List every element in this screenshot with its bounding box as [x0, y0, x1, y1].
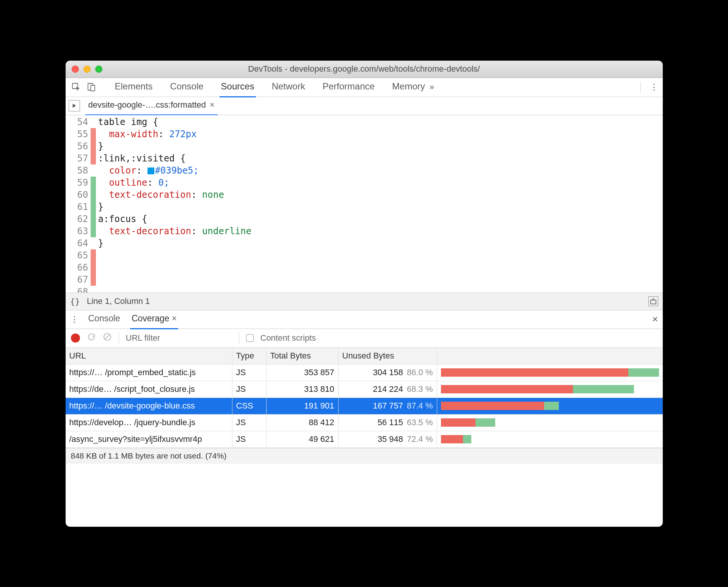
col-unused[interactable]: Unused Bytes: [339, 348, 437, 364]
cell-url: https://develop… /jquery-bundle.js: [66, 415, 232, 431]
col-bar: [437, 348, 663, 364]
drawer-tab-console[interactable]: Console: [87, 310, 122, 329]
line-number-gutter: 545556575859606162636465666768: [66, 115, 91, 293]
cell-unused: 304 15886.0 %: [339, 365, 437, 381]
coverage-row[interactable]: https://develop… /jquery-bundle.jsJS88 4…: [66, 415, 663, 431]
coverage-gutter: [91, 115, 96, 293]
coverage-summary: 848 KB of 1.1 MB bytes are not used. (74…: [66, 448, 663, 464]
col-type[interactable]: Type: [232, 348, 267, 364]
col-total[interactable]: Total Bytes: [267, 348, 339, 364]
tab-network[interactable]: Network: [270, 77, 307, 97]
coverage-row[interactable]: https://… /devsite-google-blue.cssCSS191…: [66, 398, 663, 415]
close-drawer-button[interactable]: ×: [652, 313, 658, 325]
cell-total: 353 857: [267, 365, 339, 381]
editor-statusbar: {} Line 1, Column 1: [66, 293, 663, 310]
drawer-tab-coverage[interactable]: Coverage×: [130, 310, 178, 329]
window-title: DevTools - developers.google.com/web/too…: [66, 64, 663, 74]
main-tabbar: ElementsConsoleSourcesNetworkPerformance…: [66, 78, 663, 97]
cell-unused: 214 22468.3 %: [339, 381, 437, 398]
coverage-row[interactable]: /async_survey?site=ylj5ifxusvvmr4pJS49 6…: [66, 431, 663, 448]
record-button[interactable]: [71, 333, 80, 343]
cell-type: JS: [232, 431, 267, 448]
cell-type: JS: [232, 365, 267, 381]
content-scripts-checkbox[interactable]: [246, 334, 254, 342]
separator: [239, 333, 239, 343]
devtools-window: DevTools - developers.google.com/web/too…: [66, 61, 663, 527]
drawer-tabbar: ⋮ ConsoleCoverage× ×: [66, 310, 663, 329]
drawer-menu-button[interactable]: ⋮: [70, 315, 78, 324]
coverage-toolbar: URL filter Content scripts: [66, 329, 663, 348]
more-tabs-button[interactable]: »: [430, 82, 434, 92]
coverage-row[interactable]: https://… /prompt_embed_static.jsJS353 8…: [66, 365, 663, 381]
cell-url: https://… /devsite-google-blue.css: [66, 398, 232, 414]
cell-bar: [437, 365, 663, 381]
cursor-position: Line 1, Column 1: [87, 296, 150, 306]
close-file-tab-button[interactable]: ×: [210, 100, 215, 110]
tab-memory[interactable]: Memory: [391, 77, 427, 97]
clear-button[interactable]: [103, 332, 112, 344]
coverage-table-header: URL Type Total Bytes Unused Bytes: [66, 348, 663, 365]
pretty-print-button[interactable]: {}: [70, 297, 80, 306]
cell-bar: [437, 398, 663, 414]
main-menu-button[interactable]: ⋮: [650, 82, 658, 92]
close-drawer-tab-button[interactable]: ×: [172, 313, 177, 323]
tab-console[interactable]: Console: [169, 77, 205, 97]
cell-unused: 35 94872.4 %: [339, 431, 437, 448]
file-tabbar: devsite-google-….css:formatted ×: [66, 97, 663, 115]
cell-unused: 167 75787.4 %: [339, 398, 437, 414]
separator: [119, 333, 119, 343]
cell-bar: [437, 381, 663, 398]
cell-type: JS: [232, 381, 267, 398]
cell-total: 191 901: [267, 398, 339, 414]
separator: [640, 82, 641, 92]
cell-total: 313 810: [267, 381, 339, 398]
cell-url: https://de… /script_foot_closure.js: [66, 381, 232, 398]
file-tab-label: devsite-google-….css:formatted: [88, 100, 206, 110]
tab-performance[interactable]: Performance: [321, 77, 376, 97]
cell-bar: [437, 415, 663, 431]
coverage-table: URL Type Total Bytes Unused Bytes https:…: [66, 348, 663, 527]
cell-unused: 56 11563.5 %: [339, 415, 437, 431]
reload-button[interactable]: [87, 332, 96, 344]
cell-type: JS: [232, 415, 267, 431]
cell-total: 88 412: [267, 415, 339, 431]
content-scripts-label: Content scripts: [260, 333, 316, 343]
cell-url: /async_survey?site=ylj5ifxusvvmr4p: [66, 431, 232, 448]
svg-line-5: [105, 334, 110, 340]
device-toolbar-icon[interactable]: [85, 81, 97, 93]
cell-url: https://… /prompt_embed_static.js: [66, 365, 232, 381]
cell-type: CSS: [232, 398, 267, 414]
cell-bar: [437, 431, 663, 448]
code-content[interactable]: table img { max-width: 272px}:link,:visi…: [96, 115, 252, 293]
coverage-row[interactable]: https://de… /script_foot_closure.jsJS313…: [66, 381, 663, 398]
svg-rect-3: [651, 300, 656, 304]
source-editor[interactable]: 545556575859606162636465666768 table img…: [66, 115, 663, 293]
svg-rect-2: [91, 85, 95, 91]
inspect-element-icon[interactable]: [70, 81, 82, 93]
cell-total: 49 621: [267, 431, 339, 448]
toggle-drawer-button[interactable]: [648, 296, 658, 306]
tab-sources[interactable]: Sources: [220, 77, 256, 97]
col-url[interactable]: URL: [66, 348, 232, 364]
titlebar: DevTools - developers.google.com/web/too…: [66, 61, 663, 78]
url-filter-input[interactable]: URL filter: [126, 333, 232, 343]
tab-elements[interactable]: Elements: [113, 77, 154, 97]
show-navigator-button[interactable]: [69, 100, 80, 111]
file-tab[interactable]: devsite-google-….css:formatted ×: [85, 96, 218, 116]
